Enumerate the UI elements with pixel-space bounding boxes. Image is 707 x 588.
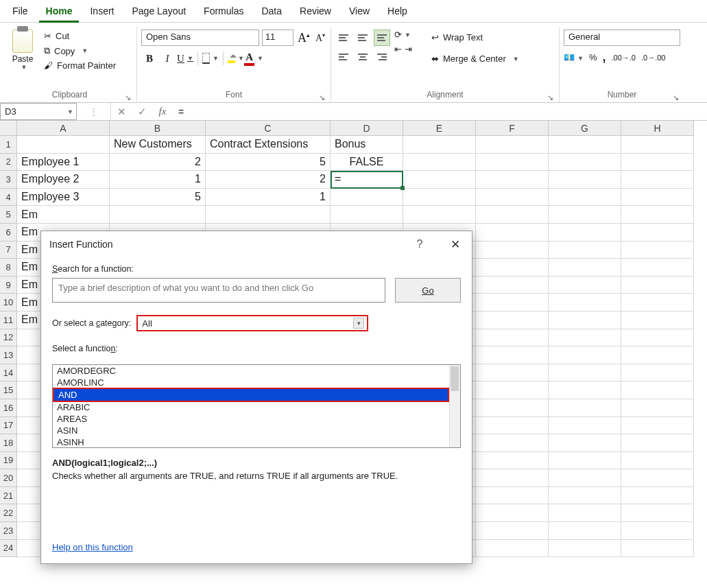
bold-button[interactable]: B: [141, 50, 158, 67]
cell-H6[interactable]: [621, 224, 694, 242]
scrollbar-thumb[interactable]: [451, 366, 459, 391]
cell-E3[interactable]: [403, 171, 476, 189]
align-right-button[interactable]: [374, 49, 390, 65]
cell-E5[interactable]: [403, 206, 476, 224]
dialog-launcher-font[interactable]: ↘: [317, 91, 326, 101]
cell-G2[interactable]: [549, 154, 621, 172]
cell-F10[interactable]: [476, 294, 549, 311]
cell-H18[interactable]: [621, 434, 694, 452]
cell-B5[interactable]: [110, 206, 206, 224]
cell-C3[interactable]: 2: [206, 171, 331, 189]
cell-F16[interactable]: [476, 399, 549, 417]
cell-F6[interactable]: [476, 224, 549, 242]
cell-H21[interactable]: [621, 487, 694, 505]
menu-review[interactable]: Review: [293, 4, 338, 21]
cell-G3[interactable]: [549, 171, 621, 189]
align-top-button[interactable]: [335, 30, 352, 46]
cell-F14[interactable]: [476, 364, 549, 382]
cell-C4[interactable]: 1: [206, 189, 331, 207]
row-header[interactable]: 7: [0, 242, 17, 259]
row-header[interactable]: 1: [0, 136, 17, 154]
cell-D4[interactable]: [331, 189, 403, 207]
menu-home[interactable]: Home: [39, 4, 80, 23]
cell-F15[interactable]: [476, 381, 549, 399]
cell-H23[interactable]: [621, 522, 694, 540]
increase-decimal-button[interactable]: .00→.0: [612, 54, 636, 62]
function-item[interactable]: ASINH: [53, 436, 449, 447]
cell-F9[interactable]: [476, 277, 549, 294]
cell-G14[interactable]: [549, 364, 621, 382]
cell-F19[interactable]: [476, 452, 549, 470]
cell-F11[interactable]: [476, 311, 549, 329]
cell-H2[interactable]: [621, 154, 694, 172]
cell-D5[interactable]: [331, 206, 403, 224]
number-format-select[interactable]: General: [564, 30, 680, 46]
cell-F12[interactable]: [476, 329, 549, 347]
decrease-decimal-button[interactable]: .0→.00: [641, 54, 665, 62]
cell-D1[interactable]: Bonus: [331, 136, 403, 154]
cell-G11[interactable]: [549, 311, 621, 329]
dialog-launcher-clipboard[interactable]: ↘: [123, 91, 132, 101]
cell-E1[interactable]: [403, 136, 476, 154]
row-header[interactable]: 15: [0, 381, 17, 399]
cell-H15[interactable]: [621, 381, 694, 399]
borders-button[interactable]: ▼: [202, 50, 219, 67]
cell-H11[interactable]: [621, 311, 694, 329]
cell-F2[interactable]: [476, 154, 549, 172]
cell-G16[interactable]: [549, 399, 621, 417]
cell-A4[interactable]: Employee 3: [17, 189, 110, 207]
merge-center-button[interactable]: ⬌ Merge & Center ▼: [429, 51, 522, 67]
function-item[interactable]: AREAS: [53, 413, 449, 425]
select-all-corner[interactable]: [0, 121, 17, 136]
row-header[interactable]: 4: [0, 189, 17, 207]
cell-F23[interactable]: [476, 522, 549, 540]
font-color-button[interactable]: A▼: [245, 50, 262, 67]
paste-icon[interactable]: [12, 30, 33, 53]
help-icon[interactable]: ?: [411, 238, 428, 250]
font-name-select[interactable]: Open Sans: [141, 30, 259, 46]
row-header[interactable]: 6: [0, 224, 17, 242]
cell-F5[interactable]: [476, 206, 549, 224]
cancel-formula-button[interactable]: ✕: [111, 103, 132, 120]
cell-H1[interactable]: [621, 136, 694, 154]
cell-A5[interactable]: Em: [17, 206, 110, 224]
row-header[interactable]: 11: [0, 311, 17, 329]
cell-C5[interactable]: [206, 206, 331, 224]
dialog-titlebar[interactable]: Insert Function ? ✕: [41, 231, 472, 257]
accept-formula-button[interactable]: ✓: [132, 103, 152, 120]
cell-G6[interactable]: [549, 224, 621, 242]
cell-A3[interactable]: Employee 2: [17, 171, 110, 189]
format-painter-button[interactable]: 🖌 Format Painter: [41, 59, 119, 72]
cell-F7[interactable]: [476, 242, 549, 259]
cell-E4[interactable]: [403, 189, 476, 207]
function-item[interactable]: AMORDEGRC: [53, 365, 449, 377]
cell-G23[interactable]: [549, 522, 621, 540]
row-header[interactable]: 5: [0, 206, 17, 224]
cell-G19[interactable]: [549, 452, 621, 470]
cell-F3[interactable]: [476, 171, 549, 189]
menu-insert[interactable]: Insert: [83, 4, 121, 21]
row-header[interactable]: 3: [0, 171, 17, 189]
cell-A1[interactable]: [17, 136, 110, 154]
cell-F24[interactable]: [476, 540, 549, 558]
cell-A2[interactable]: Employee 1: [17, 154, 110, 172]
col-header-D[interactable]: D: [331, 121, 403, 136]
increase-indent-button[interactable]: ⇥: [405, 44, 412, 54]
col-header-C[interactable]: C: [206, 121, 331, 136]
function-item[interactable]: ASIN: [53, 425, 449, 436]
cell-H10[interactable]: [621, 294, 694, 311]
row-header[interactable]: 12: [0, 329, 17, 347]
cell-H20[interactable]: [621, 469, 694, 487]
cell-B3[interactable]: 1: [110, 171, 206, 189]
menu-view[interactable]: View: [342, 4, 376, 21]
function-item[interactable]: ARABIC: [53, 401, 449, 413]
cell-H7[interactable]: [621, 242, 694, 259]
cell-H14[interactable]: [621, 364, 694, 382]
cell-G20[interactable]: [549, 469, 621, 487]
cell-G7[interactable]: [549, 242, 621, 259]
cell-G10[interactable]: [549, 294, 621, 311]
cell-F21[interactable]: [476, 487, 549, 505]
row-header[interactable]: 9: [0, 277, 17, 294]
row-header[interactable]: 10: [0, 294, 17, 311]
cell-G13[interactable]: [549, 346, 621, 364]
